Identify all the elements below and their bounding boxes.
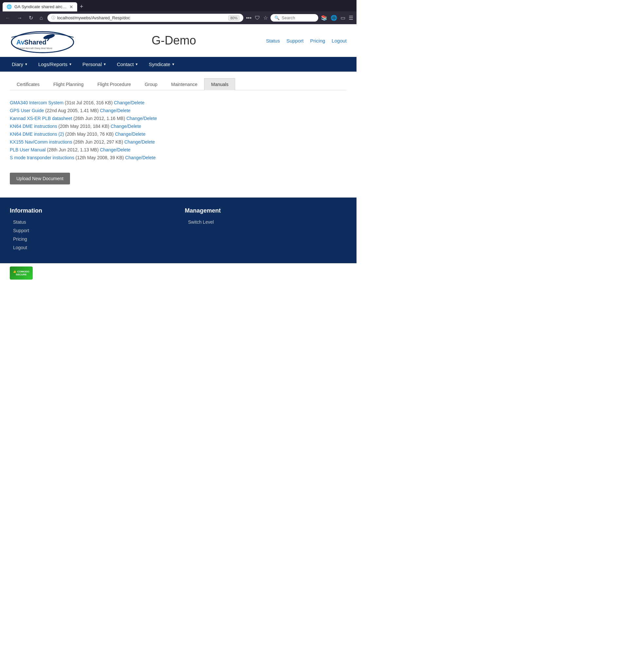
doc-link-gps[interactable]: GPS User Guide (10, 108, 44, 113)
tab-manuals[interactable]: Manuals (204, 78, 235, 90)
browser-tab[interactable]: 🌐 GA Syndicate shared aircraft diary b ✕ (3, 2, 77, 11)
logo: Av Shared Shared Aircraft Diary And More (10, 27, 75, 54)
search-bar[interactable]: 🔍 (271, 14, 318, 22)
list-item: Kannad XS-ER PLB datasheet (26th Jun 201… (10, 116, 347, 121)
comodo-secure-badge: 👍 COMODO SECURE (10, 266, 33, 280)
doc-link-kannad[interactable]: Kannad XS-ER PLB datasheet (10, 116, 72, 121)
content-area: Certificates Flight Planning Flight Proc… (0, 72, 356, 191)
site-footer: Information Status Support Pricing Logou… (0, 197, 356, 263)
footer-support-link[interactable]: Support (10, 228, 172, 233)
security-icon: ⓘ (51, 15, 55, 21)
list-item: KN64 DME instructions (2) (20th May 2010… (10, 132, 347, 137)
tab-title: GA Syndicate shared aircraft diary b (15, 4, 67, 9)
address-input[interactable] (57, 15, 226, 20)
search-input[interactable] (282, 15, 314, 20)
tab-bar-content: Certificates Flight Planning Flight Proc… (10, 78, 347, 90)
doc-action-kannad[interactable]: Change/Delete (126, 116, 157, 121)
list-item: S mode transponder instuctions (12th May… (10, 155, 347, 160)
tab-flight-procedure[interactable]: Flight Procedure (91, 78, 138, 90)
document-list: GMA340 Intercom System (31st Jul 2016, 3… (10, 97, 347, 166)
tab-group[interactable]: Group (138, 78, 164, 90)
more-button[interactable]: ••• (246, 15, 252, 21)
header-nav-logout[interactable]: Logout (332, 38, 347, 44)
nav-logs-reports[interactable]: Logs/Reports ▼ (33, 57, 77, 72)
doc-action-plb[interactable]: Change/Delete (100, 147, 131, 153)
shield-icon: 🛡 (255, 15, 260, 21)
site-title: G-Demo (82, 34, 266, 47)
tab-flight-planning[interactable]: Flight Planning (46, 78, 91, 90)
footer-switch-level-link[interactable]: Switch Level (185, 219, 347, 225)
main-nav: Diary ▼ Logs/Reports ▼ Personal ▼ Contac… (0, 57, 356, 72)
toolbar-icons: ••• 🛡 ☆ (246, 15, 268, 21)
nav-syndicate[interactable]: Syndicate ▼ (144, 57, 180, 72)
search-icon: 🔍 (274, 15, 280, 20)
sidebar-icon[interactable]: ▭ (341, 15, 345, 21)
home-button[interactable]: ⌂ (38, 14, 45, 22)
footer-status-link[interactable]: Status (10, 219, 172, 225)
syndicate-dropdown-arrow: ▼ (172, 63, 175, 66)
doc-action-kn64-2[interactable]: Change/Delete (115, 132, 145, 137)
browser-extra-icons: 📚 🌐 ▭ ☰ (321, 15, 353, 21)
logo-area: Av Shared Shared Aircraft Diary And More (10, 27, 75, 54)
doc-link-kn64-2[interactable]: KN64 DME instructions (2) (10, 132, 64, 137)
browser-toolbar: ← → ↻ ⌂ ⓘ 80% ••• 🛡 ☆ 🔍 📚 🌐 ▭ ☰ (0, 11, 356, 24)
doc-meta-kannad: (26th Jun 2012, 1.16 MB) (74, 116, 125, 121)
doc-action-kn64[interactable]: Change/Delete (111, 124, 141, 129)
logo-svg: Av Shared Shared Aircraft Diary And More (10, 27, 75, 54)
list-item: KX155 Nav/Comm instructions (26th Jun 20… (10, 139, 347, 144)
bookmark-icon[interactable]: ☆ (263, 15, 268, 21)
zoom-level[interactable]: 80% (228, 15, 239, 21)
globe-icon[interactable]: 🌐 (331, 15, 337, 21)
doc-link-gma340[interactable]: GMA340 Intercom System (10, 100, 64, 105)
doc-meta-smode: (12th May 2008, 39 KB) (75, 155, 124, 160)
doc-link-kx155[interactable]: KX155 Nav/Comm instructions (10, 139, 72, 144)
upload-new-document-button[interactable]: Upload New Document (10, 173, 70, 184)
nav-diary[interactable]: Diary ▼ (6, 57, 33, 72)
header-nav-status[interactable]: Status (266, 38, 280, 44)
tab-maintenance[interactable]: Maintenance (164, 78, 204, 90)
site-header: Av Shared Shared Aircraft Diary And More… (0, 24, 356, 57)
doc-meta-kx155: (26th Jun 2012, 297 KB) (74, 139, 123, 144)
doc-meta-gma340: (31st Jul 2016, 316 KB) (65, 100, 113, 105)
doc-meta-kn64-2: (20th May 2010, 76 KB) (65, 132, 114, 137)
footer-logout-link[interactable]: Logout (10, 245, 172, 250)
tab-certificates[interactable]: Certificates (10, 78, 46, 90)
doc-action-kx155[interactable]: Change/Delete (124, 139, 155, 144)
forward-button[interactable]: → (15, 14, 24, 22)
menu-icon[interactable]: ☰ (349, 15, 353, 21)
nav-personal[interactable]: Personal ▼ (77, 57, 112, 72)
contact-dropdown-arrow: ▼ (135, 63, 138, 66)
diary-dropdown-arrow: ▼ (25, 63, 28, 66)
header-nav-pricing[interactable]: Pricing (310, 38, 325, 44)
svg-text:Av: Av (16, 39, 25, 46)
back-button[interactable]: ← (3, 14, 13, 22)
footer-pricing-link[interactable]: Pricing (10, 236, 172, 242)
logs-dropdown-arrow: ▼ (69, 63, 72, 66)
doc-meta-plb: (28th Jun 2012, 1.13 MB) (47, 147, 99, 153)
doc-action-gps[interactable]: Change/Delete (100, 108, 131, 113)
address-bar[interactable]: ⓘ 80% (47, 14, 244, 22)
doc-link-smode[interactable]: S mode transponder instuctions (10, 155, 74, 160)
footer-info-heading: Information (10, 207, 172, 214)
tab-bar: 🌐 GA Syndicate shared aircraft diary b ✕… (0, 0, 356, 11)
doc-action-gma340[interactable]: Change/Delete (114, 100, 144, 105)
doc-meta-kn64: (20th May 2010, 184 KB) (59, 124, 110, 129)
doc-link-plb[interactable]: PLB User Manual (10, 147, 46, 153)
footer-mgmt-col: Management Switch Level (185, 207, 347, 254)
reload-button[interactable]: ↻ (27, 14, 35, 22)
library-icon[interactable]: 📚 (321, 15, 327, 21)
header-nav: Status Support Pricing Logout (266, 38, 347, 44)
browser-chrome: 🌐 GA Syndicate shared aircraft diary b ✕… (0, 0, 356, 24)
doc-link-kn64[interactable]: KN64 DME instructions (10, 124, 57, 129)
new-tab-button[interactable]: + (77, 2, 86, 11)
list-item: PLB User Manual (28th Jun 2012, 1.13 MB)… (10, 147, 347, 153)
list-item: KN64 DME instructions (20th May 2010, 18… (10, 124, 347, 129)
security-badge-area: 👍 COMODO SECURE (0, 263, 356, 283)
personal-dropdown-arrow: ▼ (103, 63, 106, 66)
nav-contact[interactable]: Contact ▼ (112, 57, 144, 72)
tab-close-button[interactable]: ✕ (69, 4, 73, 9)
footer-mgmt-heading: Management (185, 207, 347, 214)
header-nav-support[interactable]: Support (286, 38, 304, 44)
list-item: GMA340 Intercom System (31st Jul 2016, 3… (10, 100, 347, 105)
doc-action-smode[interactable]: Change/Delete (125, 155, 156, 160)
